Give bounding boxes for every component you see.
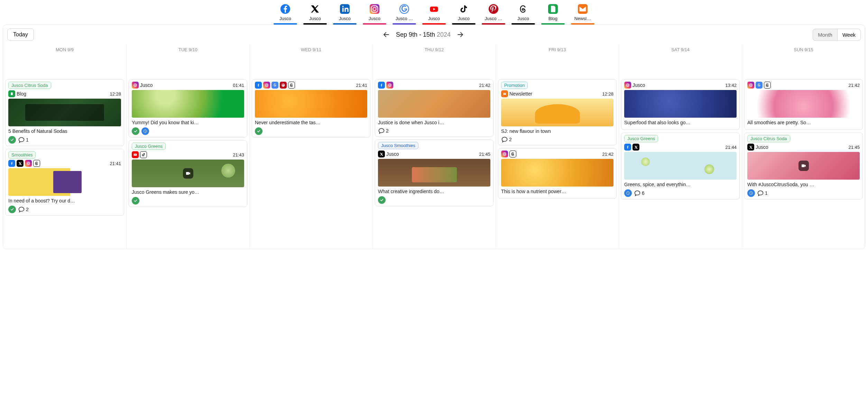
card-tag: Jusco Citrus Soda	[8, 82, 51, 89]
card-footer: 6	[624, 189, 737, 197]
post-card[interactable]: Jusco Greens21:44Greens, spice, and ever…	[621, 133, 740, 199]
day-header: THU 9/12	[372, 44, 496, 55]
gmb-icon	[756, 82, 763, 89]
post-card[interactable]: Jusco Citrus SodaBlog12:285 Benefits of …	[5, 79, 124, 146]
card-image	[747, 90, 860, 118]
instagram-icon	[263, 82, 270, 89]
day-column[interactable]: Jusco Citrus SodaBlog12:285 Benefits of …	[3, 55, 126, 249]
day-column[interactable]: 21:42Justice is done when Jusco i…2Jusco…	[372, 55, 496, 249]
post-card[interactable]: Jusco SmoothiesJusco21:45What creative i…	[375, 139, 493, 206]
svg-point-20	[504, 153, 505, 155]
post-card[interactable]: Jusco13:42Superfood that also looks go…	[621, 79, 740, 130]
card-image	[8, 168, 121, 196]
card-image	[8, 99, 121, 126]
prev-week-button[interactable]	[381, 31, 391, 38]
card-header-row: Jusco21:45	[378, 151, 490, 157]
post-card[interactable]: 21:41Never underestimate the tas…	[252, 79, 370, 137]
post-card[interactable]: Jusco01:41Yummy! Did you know that ki…	[129, 79, 247, 137]
post-card[interactable]: 21:42This is how a nutrient power…	[498, 148, 617, 199]
day-column[interactable]: PromotionNewsletter12:28SJ: new flavour …	[496, 55, 619, 249]
status-scheduled-icon	[624, 189, 632, 197]
card-caption: Yummy! Did you know that ki…	[132, 120, 244, 125]
svg-point-6	[28, 163, 29, 164]
instagram-icon	[747, 82, 754, 89]
threads-icon	[764, 82, 771, 89]
gmb-icon	[271, 82, 278, 89]
channel-threads[interactable]: Jusco	[511, 4, 535, 25]
status-scheduled-icon	[747, 189, 755, 197]
day-column[interactable]: Jusco01:41Yummy! Did you know that ki…Ju…	[126, 55, 249, 249]
days-body: Jusco Citrus SodaBlog12:285 Benefits of …	[3, 55, 865, 249]
card-time: 21:45	[848, 145, 860, 150]
card-header-row: 21:43	[132, 151, 244, 158]
month-view-button[interactable]: Month	[813, 29, 838, 41]
day-column[interactable]: Jusco13:42Superfood that also looks go…J…	[619, 55, 742, 249]
card-footer	[132, 127, 244, 135]
card-footer: 1	[747, 189, 860, 197]
comment-icon	[18, 206, 25, 213]
channel-linkedin[interactable]: Jusco	[333, 4, 357, 25]
next-week-button[interactable]	[455, 31, 465, 38]
week-view-button[interactable]: Week	[838, 29, 861, 41]
facebook-icon	[8, 160, 15, 167]
channel-youtube[interactable]: Jusco	[422, 4, 446, 25]
day-column[interactable]: 21:41Never underestimate the tas…	[249, 55, 372, 249]
comment-icon	[634, 190, 641, 197]
channel-newsletter[interactable]: Newsl…	[571, 4, 594, 25]
card-caption: What creative ingredients do…	[378, 189, 490, 194]
card-image	[132, 90, 244, 118]
card-header-row: 21:44	[624, 144, 737, 151]
video-icon	[183, 168, 193, 179]
post-card[interactable]: Jusco Citrus SodaJusco21:45With #JuscoCi…	[744, 133, 863, 199]
card-footer: 2	[378, 127, 490, 134]
channel-label: Blog	[548, 16, 557, 21]
day-header: TUE 9/10	[126, 44, 249, 55]
day-header: SAT 9/14	[619, 44, 742, 55]
post-card[interactable]: 21:42All smoothies are pretty. So…	[744, 79, 863, 130]
channel-gmb[interactable]: Jusco …	[393, 4, 416, 25]
card-channel-label: Jusco	[632, 82, 645, 88]
channel-tiktok[interactable]: Jusco	[452, 4, 475, 25]
card-image	[378, 90, 490, 118]
date-range-nav: Sep 9th - 15th 2024	[381, 31, 465, 38]
comment-count: 1	[757, 190, 768, 197]
threads-icon	[33, 160, 40, 167]
svg-point-22	[627, 84, 628, 86]
channel-facebook[interactable]: Jusco	[274, 4, 297, 25]
channel-pinterest[interactable]: Jusco …	[482, 4, 505, 25]
svg-rect-21	[626, 84, 629, 87]
today-button[interactable]: Today	[7, 28, 34, 41]
post-card[interactable]: 21:42Justice is done when Jusco i…2	[375, 79, 493, 137]
card-footer	[132, 197, 244, 205]
comment-icon	[501, 136, 508, 143]
channel-x[interactable]: Jusco	[303, 4, 327, 25]
status-approved-icon	[255, 127, 262, 135]
card-tag: Jusco Greens	[624, 135, 658, 142]
channel-label: Jusco	[339, 16, 351, 21]
video-icon	[429, 168, 440, 178]
post-card[interactable]: Jusco Greens21:43Jusco Greens makes sure…	[129, 140, 247, 207]
calendar: Today Sep 9th - 15th 2024 Month Week MON…	[3, 25, 865, 249]
card-tag: Promotion	[501, 82, 528, 89]
card-time: 21:41	[356, 83, 367, 88]
card-header-row: Jusco01:41	[132, 82, 244, 89]
channel-label: Jusco	[369, 16, 380, 21]
channel-label: Jusco	[279, 16, 291, 21]
card-caption: Never underestimate the tas…	[255, 120, 367, 125]
channel-bar: Jusco Jusco Jusco Jusco Jusco … Jusco Ju…	[0, 0, 868, 25]
channel-instagram[interactable]: Jusco	[363, 4, 386, 25]
threads-icon	[288, 82, 295, 89]
comment-icon	[378, 127, 385, 134]
card-tag: Jusco Citrus Soda	[747, 135, 790, 142]
card-caption: Superfood that also looks go…	[624, 120, 737, 125]
instagram-icon	[132, 82, 139, 89]
arrow-right-icon	[458, 32, 463, 37]
channel-label: Jusco	[428, 16, 440, 21]
card-header-row: 21:42	[378, 82, 490, 89]
post-card[interactable]: Smoothies21:41In need of a boost? Try ou…	[5, 149, 124, 216]
day-header: SUN 9/15	[742, 44, 865, 55]
channel-blog[interactable]: Blog	[541, 4, 565, 25]
post-card[interactable]: PromotionNewsletter12:28SJ: new flavour …	[498, 79, 617, 145]
x-icon	[747, 144, 754, 151]
day-column[interactable]: 21:42All smoothies are pretty. So…Jusco …	[742, 55, 865, 249]
